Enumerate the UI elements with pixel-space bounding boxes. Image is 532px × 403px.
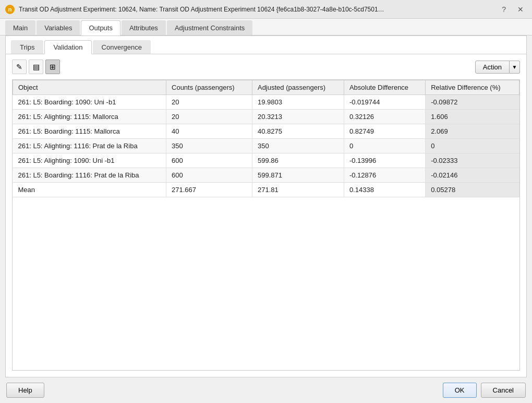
main-tab-outputs[interactable]: Outputs (81, 20, 120, 35)
table-cell-1-2: 20.3213 (252, 110, 344, 124)
toolbar: ✎ ▤ ⊞ Action ▼ (6, 54, 526, 79)
help-button[interactable]: ? (499, 4, 509, 15)
table-row: 261: L5: Alighting: 1090: Uni -b1600599.… (13, 153, 519, 168)
table-row: 261: L5: Alighting: 1116: Prat de la Rib… (13, 139, 519, 153)
table-cell-5-0: 261: L5: Boarding: 1116: Prat de la Riba (13, 168, 166, 183)
table-cell-3-1: 350 (166, 139, 252, 153)
action-button-wrapper: Action ▼ (475, 61, 520, 74)
table-cell-6-1: 271.667 (166, 183, 252, 197)
app-icon: n (5, 5, 15, 14)
sub-tab-trips[interactable]: Trips (11, 40, 43, 54)
table-cell-4-3: -0.13996 (344, 153, 425, 168)
main-tab-variables[interactable]: Variables (37, 20, 80, 35)
col-header-3: Absolute Difference (344, 80, 425, 95)
table-button[interactable]: ▤ (29, 60, 43, 74)
window-title: Transit OD Adjustment Experiment: 10624,… (19, 6, 384, 13)
table-row: 261: L5: Boarding: 1115: Mallorca4040.82… (13, 124, 519, 139)
table-cell-1-0: 261: L5: Alighting: 1115: Mallorca (13, 110, 166, 124)
toolbar-left: ✎ ▤ ⊞ (12, 60, 60, 74)
action-button[interactable]: Action (475, 61, 510, 74)
grid-button[interactable]: ⊞ (45, 60, 60, 74)
table-row: Mean271.667271.810.143380.05278 (13, 183, 519, 197)
table-cell-3-0: 261: L5: Alighting: 1116: Prat de la Rib… (13, 139, 166, 153)
main-tab-attributes[interactable]: Attributes (122, 20, 166, 35)
sub-tab-bar: TripsValidationConvergence (6, 36, 526, 54)
edit-button[interactable]: ✎ (12, 60, 27, 74)
table-cell-6-3: 0.14338 (344, 183, 425, 197)
table-cell-3-4: 0 (426, 139, 519, 153)
main-tab-bar: MainVariablesOutputsAttributesAdjustment… (0, 19, 532, 35)
table-cell-5-4: -0.02146 (426, 168, 519, 183)
table-cell-5-2: 599.871 (252, 168, 344, 183)
main-tab-main[interactable]: Main (5, 20, 35, 35)
table-cell-2-0: 261: L5: Boarding: 1115: Mallorca (13, 124, 166, 139)
content-area: TripsValidationConvergence ✎ ▤ ⊞ Action … (5, 35, 527, 377)
table-cell-3-3: 0 (344, 139, 425, 153)
table-row: 261: L5: Boarding: 1090: Uni -b12019.980… (13, 95, 519, 110)
action-dropdown-button[interactable]: ▼ (510, 61, 520, 74)
sub-tab-validation[interactable]: Validation (44, 40, 91, 54)
table-cell-2-3: 0.82749 (344, 124, 425, 139)
cancel-button[interactable]: Cancel (481, 383, 526, 398)
table-cell-0-1: 20 (166, 95, 252, 110)
table-row: 261: L5: Alighting: 1115: Mallorca2020.3… (13, 110, 519, 124)
main-tab-adjustment-constraints[interactable]: Adjustment Constraints (167, 20, 252, 35)
table-header-row: ObjectCounts (passengers)Adjusted (passe… (13, 80, 519, 95)
col-header-4: Relative Difference (%) (426, 80, 519, 95)
table-cell-2-1: 40 (166, 124, 252, 139)
col-header-2: Adjusted (passengers) (252, 80, 344, 95)
table-cell-4-0: 261: L5: Alighting: 1090: Uni -b1 (13, 153, 166, 168)
table-cell-4-1: 600 (166, 153, 252, 168)
table-cell-2-2: 40.8275 (252, 124, 344, 139)
table-cell-5-3: -0.12876 (344, 168, 425, 183)
table-cell-0-3: -0.019744 (344, 95, 425, 110)
sub-tab-convergence[interactable]: Convergence (93, 40, 151, 54)
table-cell-4-2: 599.86 (252, 153, 344, 168)
table-cell-6-0: Mean (13, 183, 166, 197)
col-header-0: Object (13, 80, 166, 95)
ok-button[interactable]: OK (443, 383, 477, 398)
title-bar: n Transit OD Adjustment Experiment: 1062… (0, 0, 532, 19)
table-cell-1-1: 20 (166, 110, 252, 124)
data-table: ObjectCounts (passengers)Adjusted (passe… (13, 80, 519, 197)
table-cell-5-1: 600 (166, 168, 252, 183)
table-cell-6-2: 271.81 (252, 183, 344, 197)
data-table-container[interactable]: ObjectCounts (passengers)Adjusted (passe… (12, 79, 520, 371)
table-body: 261: L5: Boarding: 1090: Uni -b12019.980… (13, 95, 519, 197)
table-cell-2-4: 2.069 (426, 124, 519, 139)
table-cell-1-3: 0.32126 (344, 110, 425, 124)
table-cell-3-2: 350 (252, 139, 344, 153)
table-cell-6-4: 0.05278 (426, 183, 519, 197)
table-row: 261: L5: Boarding: 1116: Prat de la Riba… (13, 168, 519, 183)
close-button[interactable]: ✕ (514, 4, 527, 15)
help-button[interactable]: Help (6, 383, 44, 398)
bottom-bar: Help OK Cancel (0, 377, 532, 403)
table-cell-0-2: 19.9803 (252, 95, 344, 110)
table-cell-0-4: -0.09872 (426, 95, 519, 110)
table-cell-0-0: 261: L5: Boarding: 1090: Uni -b1 (13, 95, 166, 110)
table-cell-1-4: 1.606 (426, 110, 519, 124)
col-header-1: Counts (passengers) (166, 80, 252, 95)
table-cell-4-4: -0.02333 (426, 153, 519, 168)
